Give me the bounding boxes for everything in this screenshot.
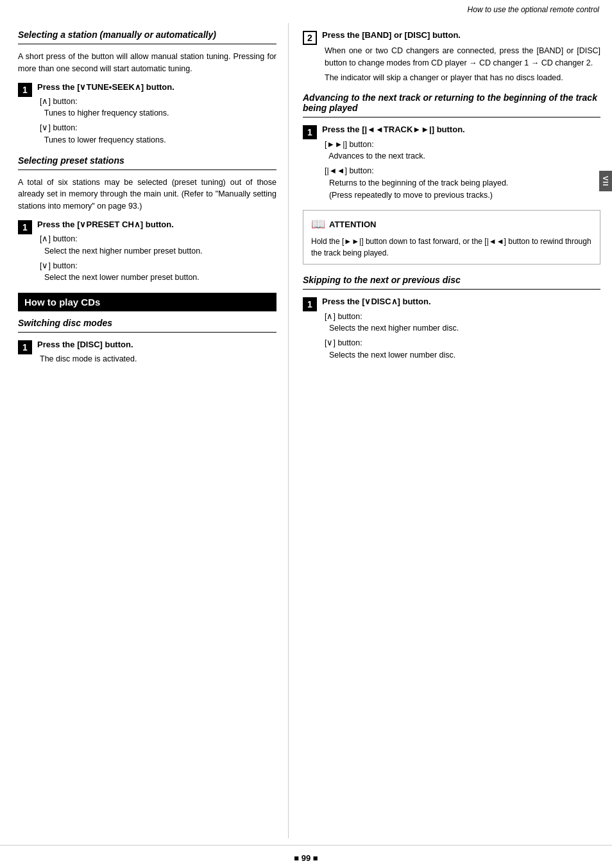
section2-down-desc: Select the next lower number preset butt… [44, 273, 200, 282]
section-disc-skip: Skipping to the next or previous disc 1 … [303, 275, 600, 361]
section-preset-stations: Selecting preset stations A total of six… [18, 155, 276, 284]
section-disc-divider [303, 289, 600, 290]
page: How to use the optional remote control S… [0, 0, 612, 868]
side-tab: VII [599, 171, 612, 191]
track-back-key: [|◄◄] button: [325, 166, 374, 175]
section-track-divider [303, 117, 600, 117]
disc-down-key: [∨] button: [325, 338, 362, 347]
track-step1-label: Press the [|◄◄TRACK►►|] button. [322, 124, 600, 135]
section2-step1: 1 Press the [∨PRESET CH∧] button. [∧] bu… [18, 219, 276, 284]
section-track-title: Advancing to the next track or returning… [303, 92, 600, 113]
track-back-desc: Returns to the beginning of the track be… [329, 178, 508, 187]
section1-title: Selecting a station (manually or automat… [18, 30, 276, 40]
section1-step1-up: [∧] button: Tunes to higher frequency st… [37, 96, 276, 120]
section-selecting-station: Selecting a station (manually or automat… [18, 30, 276, 146]
attention-label: ATTENTION [329, 218, 376, 231]
side-tab-label: VII [602, 176, 609, 186]
section1-down-key: [∨] button: [40, 123, 78, 132]
disc-down-desc: Selects the next lower number disc. [329, 351, 455, 360]
section1-step1: 1 Press the [∨TUNE•SEEK∧] button. [∧] bu… [18, 82, 276, 146]
left-column: Selecting a station (manually or automat… [0, 23, 289, 838]
section-disc-title: Skipping to the next or previous disc [303, 275, 600, 285]
section4-step1: 1 Press the [DISC] button. The disc mode… [18, 339, 276, 365]
how-to-play-label: How to play CDs [24, 297, 100, 308]
attention-box: 📖 ATTENTION Hold the [►►|] button down t… [303, 210, 600, 265]
track-fwd-key: [►►|] button: [325, 140, 374, 149]
attention-icon: 📖 [311, 216, 325, 233]
section4-divider [18, 332, 276, 333]
section1-step1-down: [∨] button: Tunes to lower frequency sta… [37, 122, 276, 146]
step2-number: 2 [303, 31, 317, 45]
disc-step1-number: 1 [303, 297, 317, 311]
section4-step1-content: Press the [DISC] button. The disc mode i… [37, 339, 276, 365]
section2-down-key: [∨] button: [40, 261, 78, 270]
track-step1-content: Press the [|◄◄TRACK►►|] button. [►►|] bu… [322, 124, 600, 201]
section2-up-desc: Select the next higher number preset but… [44, 247, 203, 256]
section2-step1-content: Press the [∨PRESET CH∧] button. [∧] butt… [37, 219, 276, 284]
attention-title: 📖 ATTENTION [311, 216, 592, 233]
step2-desc2: The indicator will skip a changer or pla… [322, 72, 600, 84]
section-track: Advancing to the next track or returning… [303, 92, 600, 265]
page-header: How to use the optional remote control [0, 0, 612, 17]
header-title: How to use the optional remote control [468, 5, 599, 14]
section1-step1-label: Press the [∨TUNE•SEEK∧] button. [37, 82, 276, 93]
section-switching-disc: Switching disc modes 1 Press the [DISC] … [18, 318, 276, 365]
page-footer: ■ 99 ■ [0, 845, 612, 868]
section2-up-key: [∧] button: [40, 234, 78, 243]
disc-step1-label: Press the [∨DISC∧] button. [322, 296, 600, 308]
section-track-step1: 1 Press the [|◄◄TRACK►►|] button. [►►|] … [303, 124, 600, 201]
section1-up-desc: Tunes to higher frequency stations. [44, 108, 169, 117]
track-step1-number: 1 [303, 125, 317, 139]
how-to-play-box: How to play CDs [18, 293, 276, 311]
section4-step1-desc: The disc mode is activated. [37, 353, 276, 365]
track-fwd-desc: Advances to the next track. [328, 152, 425, 161]
page-number: ■ 99 ■ [294, 853, 318, 863]
attention-desc: Hold the [►►|] button down to fast forwa… [311, 236, 592, 259]
section4-step1-number: 1 [18, 340, 32, 354]
disc-step1-content: Press the [∨DISC∧] button. [∧] button: S… [322, 296, 600, 361]
disc-up-desc: Selects the next higher number disc. [329, 324, 459, 333]
section1-body: A short press of the button will allow m… [18, 51, 276, 75]
section1-step1-number: 1 [18, 83, 32, 97]
content-area: Selecting a station (manually or automat… [0, 17, 612, 838]
step2-content: Press the [BAND] or [DISC] button. When … [322, 30, 600, 83]
section1-down-desc: Tunes to lower frequency stations. [44, 135, 166, 144]
section2-step1-number: 1 [18, 220, 32, 234]
section2-step1-up: [∧] button: Select the next higher numbe… [37, 233, 276, 257]
disc-up-key: [∧] button: [325, 312, 362, 321]
section2-divider [18, 169, 276, 170]
step2-desc1: When one or two CD changers are connecte… [322, 45, 600, 69]
right-column: 2 Press the [BAND] or [DISC] button. Whe… [289, 23, 612, 838]
section2-step1-down: [∨] button: Select the next lower number… [37, 260, 276, 284]
section2-title: Selecting preset stations [18, 155, 276, 166]
section2-body: A total of six stations may be selected … [18, 177, 276, 213]
section1-step1-content: Press the [∨TUNE•SEEK∧] button. [∧] butt… [37, 82, 276, 146]
section4-title: Switching disc modes [18, 318, 276, 328]
track-fwd: [►►|] button: Advances to the next track… [322, 139, 600, 163]
section1-divider [18, 44, 276, 44]
track-back: [|◄◄] button: Returns to the beginning o… [322, 165, 600, 201]
disc-up: [∧] button: Selects the next higher numb… [322, 311, 600, 335]
section-disc-step1: 1 Press the [∨DISC∧] button. [∧] button:… [303, 296, 600, 361]
step2-label: Press the [BAND] or [DISC] button. [322, 30, 600, 41]
track-back-desc2: (Press repeatedly to move to previous tr… [329, 191, 493, 200]
step2-band-disc: 2 Press the [BAND] or [DISC] button. Whe… [303, 30, 600, 83]
section4-step1-label: Press the [DISC] button. [37, 339, 276, 351]
disc-down: [∨] button: Selects the next lower numbe… [322, 337, 600, 361]
section1-up-key: [∧] button: [40, 97, 78, 106]
section2-step1-label: Press the [∨PRESET CH∧] button. [37, 219, 276, 230]
